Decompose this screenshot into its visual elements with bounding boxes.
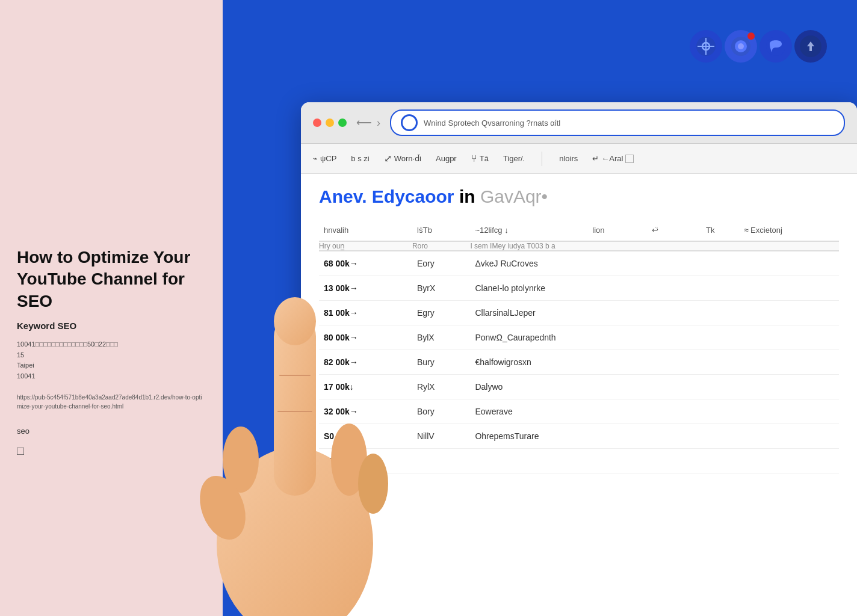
meta-info: 10041□□□□□□□□□□□□□50□22□□□ 15 Taipei 100… (17, 339, 206, 381)
col-header-7[interactable]: Tk (701, 220, 739, 241)
nav-item-2[interactable]: b s zi (351, 149, 369, 168)
page-title-black: in (459, 186, 475, 206)
col-header-8[interactable]: ≈ Excietonj (739, 220, 839, 241)
cell-col2: Bury (412, 350, 471, 375)
cell-volume: 32 00k→ (319, 399, 412, 424)
browser-nav: ⟵ › (356, 116, 380, 129)
nav-item-7[interactable]: nloirs (559, 149, 578, 168)
cell-volume: 13 00k→ (319, 276, 412, 301)
col-header-1[interactable]: hnvalih (319, 220, 412, 241)
table-row: S0 00k→ NillV OhrepemsTurare (319, 424, 839, 449)
table-row: 17 00k↓ RylX Dalywo (319, 375, 839, 399)
table-row: 68 00k→ Eory ΔvkeJ RuCroves (319, 251, 839, 276)
search-circle-icon (401, 114, 418, 131)
search-bar-text: Wnind Sprotech Qvsarroning ?rnats αίtl (424, 119, 834, 128)
cell-col3: ΔvkeJ RuCroves (470, 251, 839, 276)
nav-item-4[interactable]: Augpr (436, 149, 457, 168)
cell-volume: 80 00k→ (319, 325, 412, 350)
traffic-light-green[interactable] (338, 119, 347, 127)
table-row: 32 00k→ Bory Eowerave (319, 399, 839, 424)
cell-col3: Eowerave (470, 399, 839, 424)
arrow-icon: ↵ (592, 154, 599, 163)
table-row: 81 00k→ Egry CllarsinalLJeper (319, 301, 839, 325)
page-title: Anev. Edycaoor in GavAqr• (319, 186, 839, 208)
keyword-label: Keyword SEO (17, 321, 206, 331)
traffic-light-yellow[interactable] (326, 119, 334, 127)
svg-point-5 (738, 43, 744, 49)
cell-col2: RylX (412, 375, 471, 399)
cell-volume: 68 00k→ (319, 251, 412, 276)
fork-icon: ⑂ (471, 153, 477, 164)
browser-content: Anev. Edycaoor in GavAqr• hnvalih ls̈Tb … (301, 174, 857, 616)
cell-col3 (470, 449, 839, 473)
cell-volume: 8F 00k→ (319, 449, 412, 473)
page-title-blue: Anev. (319, 186, 372, 206)
traffic-light-red[interactable] (313, 119, 321, 127)
browser-search-bar[interactable]: Wnind Sprotech Qvsarroning ?rnats αίtl (390, 109, 845, 136)
cell-volume: 82 00k→ (319, 350, 412, 375)
social-icon-3[interactable] (760, 30, 792, 63)
nav-item-1[interactable]: ⌁ ψCP (313, 149, 336, 168)
sub-header-4 (647, 241, 839, 251)
cell-col3: ClaneI-lo ptolynrke (470, 276, 839, 301)
share-icon: ⤢ (384, 153, 392, 164)
nav-item-8[interactable]: ↵ ←Aral (592, 149, 634, 168)
article-url[interactable]: https://pub-5c454f571b8e40a3a2aad27ade84… (17, 393, 206, 411)
sub-header-1: Hry oun̲ (319, 241, 412, 251)
table-row: 82 00k→ Bury €halfowigrosxn (319, 350, 839, 375)
cell-col3: €halfowigrosxn (470, 350, 839, 375)
col-header-4[interactable]: lion (587, 220, 647, 241)
sub-header-2: Roro (412, 241, 471, 251)
cell-col2: Bory (412, 399, 471, 424)
traffic-lights (313, 119, 347, 127)
cell-col3: Dalywo (470, 375, 839, 399)
table-row: 80 00k→ BylX PonwΩ_Caurapednth (319, 325, 839, 350)
cell-col2: Egry (412, 301, 471, 325)
cell-volume: 17 00k↓ (319, 375, 412, 399)
table-row: 13 00k→ ByrX ClaneI-lo ptolynrke (319, 276, 839, 301)
nav-item-5[interactable]: ⑂ Tā (471, 149, 489, 169)
browser-chrome: ⟵ › Wnind Sprotech Qvsarroning ?rnats αί… (301, 102, 857, 144)
social-icons-area (690, 30, 827, 63)
cell-volume: S0 00k→ (319, 424, 412, 449)
social-icon-1[interactable] (690, 30, 722, 63)
right-panel: ⟵ › Wnind Sprotech Qvsarroning ?rnats αί… (223, 0, 857, 616)
col-header-6[interactable] (681, 220, 701, 241)
page-title-gray: GavAqr• (480, 186, 548, 206)
nav-item-6[interactable]: Tiger/. (503, 149, 525, 168)
cell-col3: OhrepemsTurare (470, 424, 839, 449)
social-icon-4[interactable] (794, 30, 827, 63)
col-header-5[interactable]: ↩̈ (647, 220, 681, 241)
nav-forward-icon[interactable]: › (377, 117, 380, 129)
nav-icon-1: ⌁ (313, 154, 318, 163)
page-title-bold: Edycaoor (372, 186, 454, 206)
notification-dot (747, 32, 755, 40)
cell-volume: 81 00k→ (319, 301, 412, 325)
seo-icon: □ (17, 444, 206, 458)
browser-navbar: ⌁ ψCP b s zi ⤢ Worn·d̈i Augpr ⑂ Tā Tiger… (301, 144, 857, 174)
cell-col3: CllarsinalLJeper (470, 301, 839, 325)
data-table: hnvalih ls̈Tb ~12lifcg ↓ lion ↩̈ Tk ≈ Ex… (319, 220, 839, 473)
seo-label: seo (17, 427, 206, 436)
cell-col2: BylX (412, 325, 471, 350)
checkbox-icon (625, 155, 634, 163)
col-header-2[interactable]: ls̈Tb (412, 220, 471, 241)
nav-divider (542, 152, 542, 166)
cell-col3: PonwΩ_Caurapednth (470, 325, 839, 350)
left-panel: How to Optimize Your YouTube Channel for… (0, 0, 223, 616)
table-row: 8F 00k→ (319, 449, 839, 473)
article-title: How to Optimize Your YouTube Channel for… (17, 247, 206, 312)
svg-point-12 (223, 427, 259, 493)
browser-window: ⟵ › Wnind Sprotech Qvsarroning ?rnats αί… (301, 102, 857, 616)
cell-col2: NillV (412, 424, 471, 449)
nav-item-3[interactable]: ⤢ Worn·d̈i (384, 148, 421, 169)
social-icon-2[interactable] (725, 30, 757, 63)
nav-back-icon[interactable]: ⟵ (356, 116, 372, 129)
sub-header-3: I sem IMey iudya T003 b a (470, 241, 647, 251)
cell-col2: Eory (412, 251, 471, 276)
cell-col2: ByrX (412, 276, 471, 301)
cell-col2 (412, 449, 471, 473)
col-header-3[interactable]: ~12lifcg ↓ (470, 220, 587, 241)
